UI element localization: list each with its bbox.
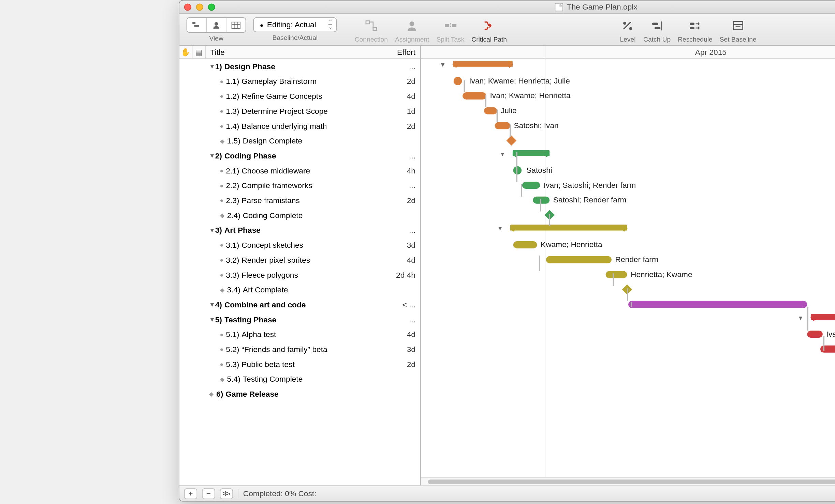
svg-rect-21 [733,21,743,30]
task-bar[interactable] [463,92,486,100]
gantt-view-button[interactable] [187,18,207,32]
task-row[interactable]: ▼2)Coding Phase... [179,148,420,163]
window-title: The Game Plan.oplx [555,2,638,11]
task-bar[interactable] [495,122,510,129]
critical-path-icon[interactable] [481,17,498,34]
task-outline[interactable]: ✋ ▤ Title Effort ▼1)Design Phase...●1.1)… [179,46,421,486]
group-bar[interactable] [453,61,513,69]
svg-rect-3 [232,22,240,29]
minimize-window-button[interactable] [196,3,203,11]
remove-button[interactable]: − [202,488,215,499]
gantt-disclosure[interactable]: ▼ [499,151,505,157]
task-assignees: Render farm [615,255,658,264]
task-bar[interactable] [533,197,550,204]
gantt-disclosure[interactable]: ▼ [440,61,446,67]
svg-rect-1 [194,25,199,27]
gantt-disclosure[interactable]: ▼ [797,315,803,321]
task-assignees: Ivan; Kwame; Henrietta [490,91,570,100]
gantt-disclosure[interactable]: ▼ [497,225,503,232]
svg-point-2 [215,22,218,26]
task-assignees: Henrietta; Kwame [631,270,692,279]
reschedule-icon[interactable] [687,17,703,34]
title-column-header[interactable]: Title [206,48,384,57]
baseline-label: Baseline/Actual [273,34,318,41]
task-row[interactable]: ◆2.4)Coding Complete [179,208,420,223]
svg-rect-0 [192,22,195,24]
task-bar[interactable] [820,346,835,353]
group-bar[interactable] [811,314,835,322]
dependency-line [539,256,540,271]
task-row[interactable]: ●5.2)“Friends and family” beta3d [179,342,420,357]
group-bar[interactable] [513,150,550,158]
task-row[interactable]: ●2.1)Choose middleware4h [179,163,420,178]
task-row[interactable]: ◆3.4)Art Complete [179,282,420,297]
milestone-diamond[interactable] [544,210,555,220]
task-row[interactable]: ▼1)Design Phase... [179,59,420,74]
action-menu-button[interactable]: ✻▾ [220,488,233,499]
level-icon[interactable] [619,17,636,34]
task-row[interactable]: ●5.3)Public beta test2d [179,357,420,372]
task-assignees: Ivan; Kwame; Henrietta; Julie [469,76,570,85]
app-window: The Game Plan.oplx View ●Editing: Actual… [179,0,835,502]
set-baseline-icon[interactable] [730,17,746,34]
svg-point-15 [630,27,632,30]
gantt-scrollbar[interactable] [421,477,835,485]
task-bar[interactable] [513,241,537,248]
titlebar[interactable]: The Game Plan.oplx [179,1,835,14]
task-row[interactable]: ●1.2)Refine Game Concepts4d [179,89,420,104]
assignment-icon[interactable] [404,17,421,34]
calendar-view-button[interactable] [226,18,246,32]
task-bar[interactable] [522,182,540,189]
hand-tool-icon[interactable]: ✋ [179,46,192,59]
resource-view-button[interactable] [207,18,226,32]
zoom-window-button[interactable] [208,3,215,11]
task-assignees: Satoshi; Ivan [514,121,558,130]
split-task-icon[interactable] [442,17,459,34]
svg-rect-10 [445,25,449,27]
view-segmented[interactable] [187,17,246,33]
task-row[interactable]: ●1.4)Balance underlying math2d [179,119,420,134]
task-row[interactable]: ●3.2)Render pixel sprites4d [179,253,420,268]
svg-rect-19 [690,22,694,25]
task-row[interactable]: ●1.3)Determine Project Scope1d [179,104,420,119]
group-bar[interactable] [510,225,627,233]
task-bar[interactable] [606,271,627,278]
task-row[interactable]: ●2.3)Parse framistans2d [179,193,420,208]
task-row[interactable]: ◆6)Game Release [179,386,420,401]
notes-column-icon[interactable]: ▤ [192,46,205,59]
task-row[interactable]: ●3.1)Concept sketches3d [179,238,420,253]
status-bar: + − ✻▾ Completed: 0% Cost: [179,486,835,501]
add-button[interactable]: + [184,488,197,499]
task-row[interactable]: ◆5.4)Testing Complete [179,372,420,387]
task-row[interactable]: ▼5)Testing Phase... [179,312,420,327]
task-bar[interactable] [546,256,612,263]
gantt-chart[interactable]: Apr 2015 🔍 ▼Ivan; Kwame; Henrietta; Juli… [421,46,835,486]
dependency-line [807,307,808,331]
milestone-diamond[interactable] [622,285,632,295]
task-row[interactable]: ▼3)Art Phase... [179,223,420,238]
task-assignees: Ivan; Julie; Kwame; Henrietta; Satoshi [826,330,835,338]
svg-rect-7 [366,21,369,24]
close-window-button[interactable] [184,3,191,11]
connection-icon[interactable] [363,17,380,34]
task-row[interactable]: ●5.1)Alpha test4d [179,327,420,342]
task-row[interactable]: ●3.3)Fleece polygons2d 4h [179,268,420,282]
task-row[interactable]: ▼4)Combine art and code< ... [179,297,420,312]
task-bar[interactable] [807,331,822,338]
effort-column-header[interactable]: Effort [384,48,420,57]
svg-point-9 [410,21,414,26]
catch-up-icon[interactable] [649,17,665,34]
svg-point-14 [624,22,626,25]
task-row[interactable]: ◆1.5)Design Complete [179,134,420,149]
baseline-dropdown[interactable]: ●Editing: Actual ⌃⌄ [253,17,337,32]
task-row[interactable]: ●2.2)Compile frameworks... [179,178,420,193]
task-bar[interactable] [484,107,497,114]
task-bar[interactable] [454,77,462,85]
milestone-diamond[interactable] [507,136,517,146]
svg-rect-11 [452,25,456,27]
task-row[interactable]: ●1.1)Gameplay Brainstorm2d [179,74,420,89]
task-bar[interactable] [628,301,807,308]
toolbar: View ●Editing: Actual ⌃⌄ Baseline/Actual… [179,14,835,46]
svg-rect-17 [655,27,660,29]
task-bar[interactable] [513,166,522,174]
